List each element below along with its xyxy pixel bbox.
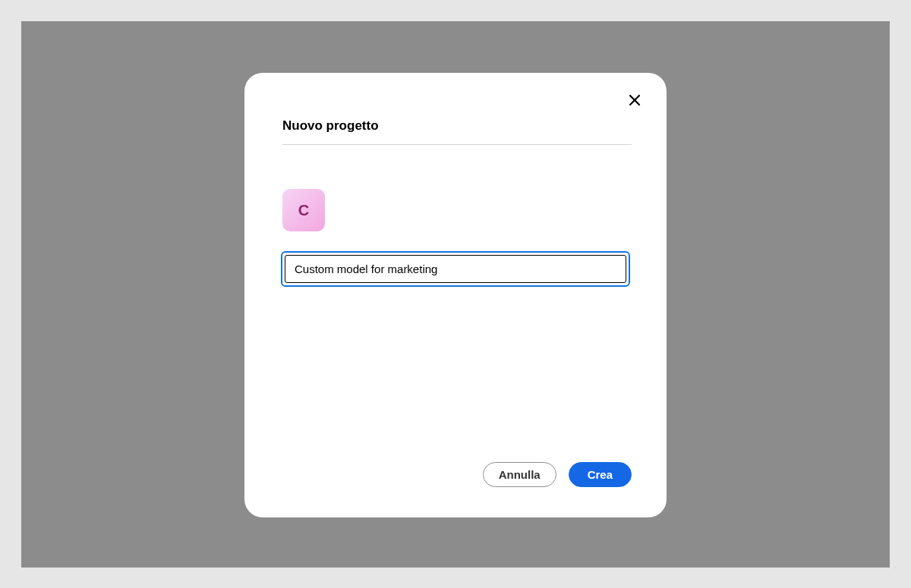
- modal-backdrop: Nuovo progetto C Annulla Crea: [21, 21, 890, 568]
- modal-footer: Annulla Crea: [279, 462, 632, 487]
- create-button[interactable]: Crea: [569, 462, 632, 487]
- project-icon-letter: C: [298, 202, 309, 219]
- project-name-input-focus-ring: [281, 251, 630, 287]
- project-name-input[interactable]: [285, 255, 626, 283]
- close-button[interactable]: [624, 90, 645, 111]
- project-icon: C: [282, 189, 325, 231]
- cancel-button[interactable]: Annulla: [483, 462, 556, 487]
- new-project-modal: Nuovo progetto C Annulla Crea: [244, 73, 667, 517]
- modal-title: Nuovo progetto: [279, 118, 632, 134]
- title-divider: [282, 144, 632, 145]
- close-icon: [629, 94, 641, 106]
